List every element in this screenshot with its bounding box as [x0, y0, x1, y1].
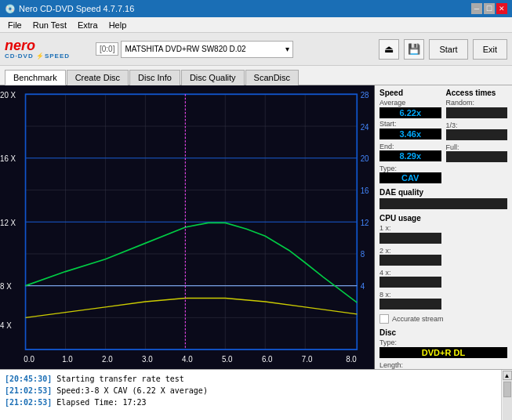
cpu-4x-value: [379, 277, 441, 288]
average-value: 6.22x: [379, 107, 441, 118]
svg-text:0.0: 0.0: [24, 355, 34, 364]
svg-text:8.0: 8.0: [346, 355, 357, 364]
eject-button[interactable]: ⏏: [379, 39, 399, 60]
svg-text:12: 12: [361, 219, 369, 227]
svg-text:16: 16: [361, 186, 369, 195]
random-label: Random:: [446, 99, 508, 107]
menu-run-test[interactable]: Run Test: [28, 19, 71, 31]
empty-col: [446, 214, 508, 310]
svg-text:20: 20: [361, 154, 369, 163]
disc-title: Disc: [379, 328, 507, 337]
svg-text:5.0: 5.0: [222, 355, 233, 364]
toolbar: nero CD·DVD ⚡SPEED [0:0] MATSHITA DVD+RW…: [0, 33, 512, 66]
tab-disc-info[interactable]: Disc Info: [129, 70, 180, 85]
tab-scan-disc[interactable]: ScanDisc: [245, 70, 299, 85]
log-message-1: Speed:3-8 X CAV (6.22 X average): [56, 386, 208, 395]
type-value: CAV: [379, 172, 441, 183]
drive-combo[interactable]: MATSHITA DVD+RW SW820 D.02 ▾: [121, 41, 293, 58]
cpu-1x-value: [379, 233, 441, 244]
scrollbar-up[interactable]: ▲: [503, 371, 512, 380]
log-timestamp-2: [21:02:53]: [5, 398, 52, 407]
drive-selector: [0:0] MATSHITA DVD+RW SW820 D.02 ▾: [96, 41, 374, 58]
drive-name: MATSHITA DVD+RW SW820 D.02: [125, 45, 245, 53]
svg-text:7.0: 7.0: [302, 355, 313, 364]
menu-help[interactable]: Help: [104, 19, 132, 31]
tab-bar: Benchmark Create Disc Disc Info Disc Qua…: [0, 66, 512, 85]
disc-length-label: Length:: [379, 361, 403, 369]
exit-button[interactable]: Exit: [473, 39, 507, 60]
cpu-2x-value: [379, 255, 441, 266]
speed-section: Speed Average 6.22x Start: 3.46x End: 8.…: [379, 89, 441, 183]
dae-value: [379, 198, 507, 209]
chart-svg: 20 X 16 X 12 X 8 X 4 X 28 24 20 16 12 8 …: [0, 85, 374, 369]
menu-bar: File Run Test Extra Help: [0, 17, 512, 33]
cpu-1x-label: 1 x:: [379, 224, 441, 232]
cpu-8x-value: [379, 299, 441, 310]
log-content: [20:45:30] Starting transfer rate test […: [0, 370, 498, 420]
app-title: Nero CD-DVD Speed 4.7.7.16: [19, 4, 134, 13]
svg-text:20 X: 20 X: [0, 91, 16, 100]
cpu-section: CPU usage 1 x: 2 x: 4 x: 8 x:: [379, 214, 441, 310]
svg-text:4.0: 4.0: [182, 355, 193, 364]
access-times-title: Access times: [446, 89, 508, 97]
svg-text:12 X: 12 X: [0, 219, 16, 227]
tab-create-disc[interactable]: Create Disc: [67, 70, 129, 85]
title-bar-controls: ─ ☐ ✕: [471, 3, 507, 14]
title-bar-left: 💿 Nero CD-DVD Speed 4.7.7.16: [5, 4, 134, 14]
log-timestamp-1: [21:02:53]: [5, 386, 52, 395]
app-icon: 💿: [5, 4, 16, 14]
menu-extra[interactable]: Extra: [73, 19, 103, 31]
random-value: [446, 107, 508, 118]
save-button[interactable]: 💾: [404, 39, 424, 60]
log-scrollbar[interactable]: ▲ ▼: [501, 370, 512, 420]
type-label: Type:: [379, 165, 397, 172]
maximize-button[interactable]: ☐: [484, 3, 495, 14]
tab-disc-quality[interactable]: Disc Quality: [181, 70, 245, 85]
start-button[interactable]: Start: [429, 39, 467, 60]
svg-text:24: 24: [361, 122, 369, 131]
svg-text:2.0: 2.0: [102, 355, 113, 364]
log-message-0: Starting transfer rate test: [56, 375, 184, 383]
svg-text:4: 4: [361, 282, 365, 291]
disc-type-label: Type:: [379, 339, 507, 346]
accurate-stream-label: Accurate stream: [392, 315, 444, 323]
menu-file[interactable]: File: [3, 19, 27, 31]
right-panel: Speed Average 6.22x Start: 3.46x End: 8.…: [375, 85, 512, 369]
disc-type-value: DVD+R DL: [379, 347, 507, 358]
main-content: 20 X 16 X 12 X 8 X 4 X 28 24 20 16 12 8 …: [0, 85, 512, 369]
log-entry-2: [21:02:53] Elapsed Time: 17:23: [5, 396, 493, 408]
logo-sub: CD·DVD ⚡SPEED: [5, 52, 70, 60]
full-label: Full:: [446, 143, 459, 151]
minimize-button[interactable]: ─: [471, 3, 482, 14]
svg-text:1.0: 1.0: [62, 355, 73, 364]
average-label: Average: [379, 99, 441, 107]
tab-benchmark[interactable]: Benchmark: [5, 70, 66, 85]
svg-text:6.0: 6.0: [262, 355, 273, 364]
disc-section: Disc Type: DVD+R DL Length: 7.96 GB: [379, 328, 507, 369]
scrollbar-thumb[interactable]: [503, 382, 511, 397]
onethird-value: [446, 129, 508, 140]
accurate-stream-row: Accurate stream: [379, 314, 507, 324]
access-times-section: Access times Random: 1/3: Full:: [446, 89, 508, 183]
end-value: 8.29x: [379, 150, 441, 161]
start-value: 3.46x: [379, 129, 441, 139]
svg-text:8: 8: [361, 250, 365, 259]
log-timestamp-0: [20:45:30]: [5, 375, 52, 383]
close-button[interactable]: ✕: [496, 3, 507, 14]
log-area: [20:45:30] Starting transfer rate test […: [0, 369, 512, 420]
cpu-title: CPU usage: [379, 214, 441, 223]
start-label: Start:: [379, 120, 397, 128]
cpu-4x-label: 4 x:: [379, 269, 391, 277]
accurate-stream-checkbox[interactable]: [379, 314, 389, 324]
combo-arrow: ▾: [285, 45, 289, 53]
cpu-8x-label: 8 x:: [379, 291, 391, 299]
end-label: End:: [379, 143, 394, 150]
logo-area: nero CD·DVD ⚡SPEED: [5, 38, 91, 60]
svg-text:3.0: 3.0: [142, 355, 153, 364]
logo-nero: nero: [5, 38, 35, 52]
scrollbar-track: [503, 380, 512, 420]
dae-title: DAE quality: [379, 188, 507, 197]
svg-text:16 X: 16 X: [0, 154, 16, 163]
log-entry-1: [21:02:53] Speed:3-8 X CAV (6.22 X avera…: [5, 385, 493, 396]
title-bar: 💿 Nero CD-DVD Speed 4.7.7.16 ─ ☐ ✕: [0, 0, 512, 17]
